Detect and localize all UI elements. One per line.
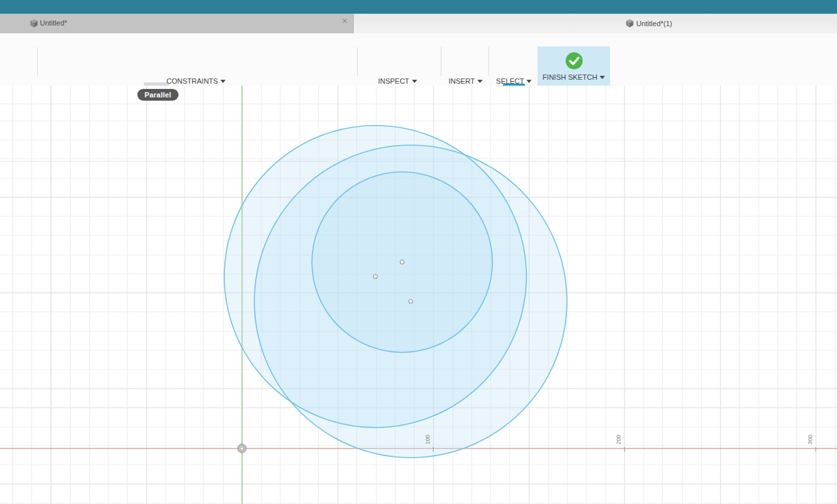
insert-label: INSERT — [449, 77, 475, 85]
finish-sketch-label: FINISH SKETCH — [543, 73, 598, 81]
toolbar-divider — [357, 47, 358, 76]
window-top-bar — [0, 0, 837, 14]
origin-point-center — [241, 447, 244, 450]
finish-sketch-check-icon — [564, 51, 584, 71]
dropdown-caret-icon — [220, 80, 226, 83]
dropdown-caret-icon — [412, 80, 417, 83]
finish-sketch-button[interactable]: FINISH SKETCH — [538, 46, 610, 86]
circle-center-point[interactable] — [400, 260, 404, 264]
document-cube-icon — [30, 20, 38, 27]
finish-sketch-dropdown[interactable]: FINISH SKETCH — [543, 73, 606, 82]
tab-close-icon[interactable]: ✕ — [340, 16, 349, 25]
axis-tick-label: 100 — [424, 435, 431, 445]
toolbar-divider — [488, 47, 489, 76]
tab-untitled-1[interactable]: Untitled*(1) — [626, 14, 672, 33]
tab-untitled[interactable]: Untitled* ✕ — [0, 14, 354, 33]
axis-tick-label: 300 — [807, 435, 813, 445]
constraints-label: CONSTRAINTS — [167, 77, 218, 85]
select-dropdown[interactable]: SELECT — [481, 76, 547, 86]
document-tab-row: Untitled* ✕ Untitled*(1) — [0, 14, 837, 33]
dropdown-caret-icon — [600, 76, 605, 79]
inspect-label: INSPECT — [378, 77, 409, 85]
tooltip-parallel: Parallel — [137, 89, 179, 101]
tab-title: Untitled* — [40, 19, 67, 27]
toolbar-divider — [441, 47, 441, 76]
document-cube-icon — [626, 20, 634, 27]
fusion-sketch-window: Untitled* ✕ Untitled*(1) — [0, 0, 837, 504]
dropdown-caret-icon — [526, 80, 532, 83]
toolbar-divider — [37, 47, 38, 76]
tab-title: Untitled*(1) — [636, 20, 672, 27]
axis-tick-label: 200 — [615, 435, 622, 445]
sketch-canvas[interactable]: 100200300 — [0, 86, 837, 504]
inspect-dropdown[interactable]: INSPECT — [358, 76, 437, 86]
select-label: SELECT — [496, 77, 524, 85]
circle-center-point[interactable] — [409, 299, 413, 303]
circle-center-point[interactable] — [373, 275, 377, 278]
constraints-dropdown[interactable]: CONSTRAINTS — [150, 76, 242, 86]
sketch-toolbar: FINISH SKETCH CONSTRAINTS INSPECT INSERT… — [0, 33, 837, 86]
